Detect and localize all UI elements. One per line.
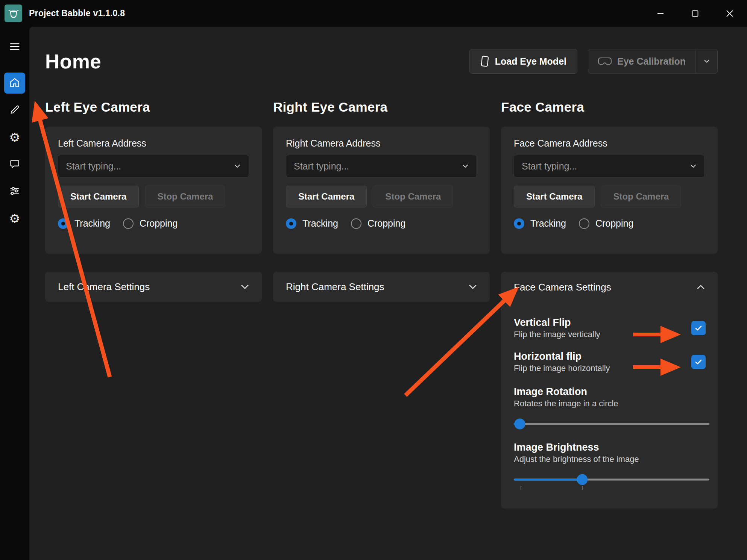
menu-toggle-button[interactable]: [4, 36, 25, 58]
horizontal-flip-checkbox[interactable]: [691, 355, 706, 369]
chevron-down-icon[interactable]: [461, 162, 470, 171]
vertical-flip-row: Vertical Flip Flip the image vertically: [514, 316, 709, 340]
eye-calibration-button[interactable]: Eye Calibration: [588, 49, 695, 73]
face-camera-settings-label: Face Camera Settings: [514, 282, 611, 293]
eye-calibration-dropdown-button[interactable]: [695, 49, 717, 73]
camera-columns: Left Eye Camera Left Camera Address Star…: [45, 100, 718, 509]
right-camera-address-input[interactable]: [286, 155, 461, 177]
image-rotation-label: Image Rotation: [514, 385, 709, 398]
app-window: Project Babble v1.1.0.8: [0, 0, 747, 560]
header-actions: Load Eye Model Eye Calibration: [469, 49, 718, 74]
face-camera-settings-body: Vertical Flip Flip the image vertically …: [501, 303, 718, 509]
image-brightness-description: Adjust the brightness of the image: [514, 454, 709, 465]
load-eye-model-button[interactable]: Load Eye Model: [469, 49, 577, 74]
face-stop-camera-button[interactable]: Stop Camera: [601, 186, 681, 207]
sliders-icon: [9, 185, 20, 198]
left-eye-camera-column: Left Eye Camera Left Camera Address Star…: [45, 100, 262, 509]
slider-track[interactable]: [514, 423, 709, 425]
right-camera-card: Right Camera Address Start Camera Stop C…: [273, 127, 490, 254]
vr-goggles-icon: [598, 57, 612, 66]
sidebar-item-model-settings[interactable]: ⚙: [4, 127, 25, 148]
sidebar-item-settings[interactable]: ⚙: [4, 208, 25, 229]
left-camera-buttons: Start Camera Stop Camera: [58, 186, 249, 207]
left-cropping-radio[interactable]: Cropping: [123, 218, 178, 229]
vertical-flip-checkbox[interactable]: [691, 321, 706, 335]
right-stop-camera-button[interactable]: Stop Camera: [373, 186, 453, 207]
face-start-camera-button[interactable]: Start Camera: [514, 186, 595, 207]
hamburger-icon: [9, 41, 20, 53]
right-camera-buttons: Start Camera Stop Camera: [286, 186, 477, 207]
face-camera-title: Face Camera: [501, 100, 718, 115]
right-camera-mode-radios: Tracking Cropping: [286, 218, 477, 229]
horizontal-flip-label: Horizontal flip: [514, 350, 610, 363]
sidebar-item-tracking-tuning[interactable]: [4, 181, 25, 202]
radio-selected-icon: [58, 218, 68, 229]
image-brightness-block: Image Brightness Adjust the brightness o…: [514, 441, 709, 485]
sidebar-item-messages[interactable]: [4, 154, 25, 175]
vertical-flip-text: Vertical Flip Flip the image vertically: [514, 316, 600, 340]
left-tracking-radio[interactable]: Tracking: [58, 218, 110, 229]
gear-icon: ⚙: [9, 212, 20, 225]
image-rotation-description: Rotates the image in a circle: [514, 398, 709, 409]
maximize-button[interactable]: [678, 0, 712, 27]
sidebar-item-home[interactable]: [4, 73, 25, 94]
image-rotation-block: Image Rotation Rotates the image in a ci…: [514, 385, 709, 430]
left-camera-address-input[interactable]: [58, 155, 233, 177]
face-camera-buttons: Start Camera Stop Camera: [514, 186, 705, 207]
right-eye-camera-column: Right Eye Camera Right Camera Address St…: [273, 100, 490, 509]
face-camera-settings-header[interactable]: Face Camera Settings: [501, 272, 718, 303]
left-camera-settings-label: Left Camera Settings: [58, 281, 150, 293]
slider-tick: [582, 486, 583, 490]
gear-badge-icon: ⚙: [9, 131, 20, 144]
radio-selected-icon: [514, 218, 524, 229]
radio-unselected-icon: [351, 218, 361, 229]
right-camera-settings-expander[interactable]: Right Camera Settings: [273, 272, 490, 302]
face-cropping-radio[interactable]: Cropping: [579, 218, 633, 229]
load-eye-model-label: Load Eye Model: [495, 56, 566, 67]
face-camera-address-combobox[interactable]: [514, 155, 705, 177]
chevron-down-icon: [703, 57, 711, 65]
image-rotation-slider[interactable]: [514, 418, 709, 430]
sidebar: ⚙ ⚙: [0, 27, 29, 560]
left-stop-camera-button[interactable]: Stop Camera: [145, 186, 225, 207]
left-camera-card: Left Camera Address Start Camera Stop Ca…: [45, 127, 262, 254]
right-camera-settings-label: Right Camera Settings: [286, 281, 384, 293]
chevron-down-icon[interactable]: [233, 162, 242, 171]
image-brightness-label: Image Brightness: [514, 441, 709, 454]
left-camera-address-combobox[interactable]: [58, 155, 249, 177]
image-brightness-slider-handle[interactable]: [577, 474, 588, 485]
right-cropping-radio[interactable]: Cropping: [351, 218, 405, 229]
close-button[interactable]: [712, 0, 747, 27]
chevron-up-icon: [695, 282, 706, 293]
left-camera-mode-radios: Tracking Cropping: [58, 218, 249, 229]
image-brightness-slider[interactable]: [514, 474, 709, 485]
sidebar-item-edit[interactable]: [4, 100, 25, 121]
slider-tick: [521, 486, 521, 490]
face-camera-settings-expander: Face Camera Settings Vertical Flip Flip …: [501, 272, 718, 509]
radio-unselected-icon: [579, 218, 589, 229]
chat-icon: [9, 158, 20, 171]
radio-selected-icon: [286, 218, 296, 229]
slider-fill: [514, 479, 582, 481]
page-title: Home: [45, 50, 101, 73]
chevron-down-icon[interactable]: [689, 162, 698, 171]
chevron-down-icon: [467, 281, 478, 292]
horizontal-flip-text: Horizontal flip Flip the image horizonta…: [514, 350, 610, 374]
face-camera-address-label: Face Camera Address: [514, 138, 705, 149]
left-start-camera-button[interactable]: Start Camera: [58, 186, 139, 207]
titlebar: Project Babble v1.1.0.8: [0, 0, 747, 27]
face-camera-column: Face Camera Face Camera Address Start Ca…: [501, 100, 718, 509]
minimize-button[interactable]: [643, 0, 678, 27]
radio-unselected-icon: [123, 218, 134, 229]
right-tracking-radio[interactable]: Tracking: [286, 218, 338, 229]
left-camera-settings-expander[interactable]: Left Camera Settings: [45, 272, 262, 302]
face-tracking-radio[interactable]: Tracking: [514, 218, 566, 229]
face-camera-address-input[interactable]: [514, 155, 689, 177]
right-camera-address-combobox[interactable]: [286, 155, 477, 177]
horizontal-flip-row: Horizontal flip Flip the image horizonta…: [514, 350, 709, 374]
horizontal-flip-description: Flip the image horizontally: [514, 363, 610, 374]
right-camera-address-label: Right Camera Address: [286, 138, 477, 149]
image-rotation-slider-handle[interactable]: [514, 419, 525, 430]
pencil-icon: [9, 104, 20, 117]
right-start-camera-button[interactable]: Start Camera: [286, 186, 367, 207]
